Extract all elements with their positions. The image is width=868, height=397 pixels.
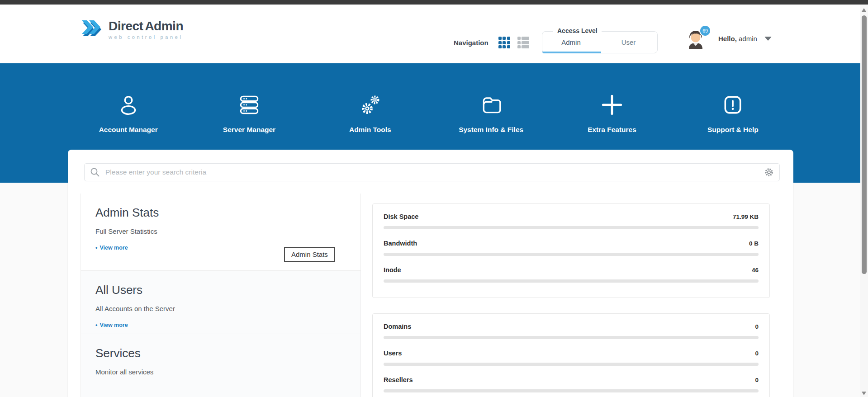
- access-level-tabs: Admin User: [542, 32, 657, 53]
- top-system-bar: [0, 0, 868, 5]
- accounts-stats-card: Domains 0 Users 0 Resellers 0: [372, 313, 770, 397]
- tab-user[interactable]: User: [600, 32, 657, 53]
- nav-item-label: System Info & Files: [431, 126, 551, 134]
- stat-value: 0: [755, 377, 759, 383]
- dashboard-menu-list: Admin Stats Full Server Statistics •View…: [81, 194, 361, 397]
- nav-item-admin-tools[interactable]: Admin Tools: [310, 91, 431, 134]
- nav-item-support-help[interactable]: Support & Help: [673, 91, 793, 134]
- menu-item-title: All Users: [95, 283, 360, 297]
- stat-value: 0 B: [749, 240, 759, 247]
- scrollbar-thumb[interactable]: [862, 15, 867, 274]
- stat-value: 0: [755, 350, 759, 357]
- stat-row-users: Users 0: [384, 350, 759, 366]
- nav-item-server-manager[interactable]: Server Manager: [189, 91, 309, 134]
- nav-item-label: Server Manager: [189, 126, 309, 134]
- bullet-icon: •: [95, 322, 97, 328]
- alert-square-icon: [721, 94, 744, 116]
- greeting-text: Hello, admin: [718, 35, 757, 43]
- active-tab-underline: [542, 52, 601, 53]
- access-level-switcher: Access Level Admin User: [542, 31, 658, 53]
- directadmin-chevrons-icon: [80, 17, 103, 39]
- menu-item-subtitle: Monitor all services: [95, 368, 360, 376]
- user-menu[interactable]: 69 Hello, admin: [687, 28, 772, 49]
- menu-item-title: Services: [95, 346, 360, 360]
- stat-label: Disk Space: [384, 213, 418, 220]
- account-user-icon: [117, 94, 140, 116]
- greeting-hello: Hello,: [718, 35, 737, 43]
- chevron-down-icon[interactable]: [764, 37, 772, 41]
- nav-item-account-manager[interactable]: Account Manager: [68, 91, 189, 134]
- stat-label: Resellers: [384, 376, 413, 383]
- directadmin-logo[interactable]: DirectAdmin web control panel: [80, 17, 183, 40]
- logo-text: DirectAdmin web control panel: [109, 17, 183, 40]
- grid-view-icon[interactable]: [498, 37, 510, 48]
- greeting-username: admin: [739, 35, 757, 43]
- menu-item-all-users[interactable]: All Users All Accounts on the Server •Vi…: [81, 270, 360, 334]
- content-panel: Admin Stats Full Server Statistics •View…: [68, 150, 793, 397]
- gears-icon: [358, 93, 382, 117]
- admin-stats-tooltip: Admin Stats: [284, 247, 335, 262]
- bullet-icon: •: [95, 245, 97, 251]
- view-more-label: View more: [100, 245, 128, 251]
- stat-label: Domains: [384, 323, 411, 330]
- progress-bar: [384, 226, 759, 229]
- access-level-legend: Access Level: [553, 27, 602, 34]
- stat-value: 0: [755, 323, 759, 330]
- logo-title-direct: Direct: [109, 19, 143, 33]
- server-stack-icon: [238, 94, 261, 116]
- logo-title-admin: Admin: [145, 19, 183, 33]
- progress-bar: [384, 336, 759, 339]
- avatar[interactable]: 69: [687, 28, 705, 49]
- usage-stats-card: Disk Space 71.99 KB Bandwidth 0 B Inode …: [372, 203, 770, 298]
- plus-icon: [601, 94, 623, 116]
- view-more-link[interactable]: •View more: [95, 322, 360, 328]
- progress-bar: [384, 389, 759, 392]
- nav-item-extra-features[interactable]: Extra Features: [551, 91, 672, 134]
- stat-row-resellers: Resellers 0: [384, 376, 759, 392]
- logo-title: DirectAdmin: [109, 19, 183, 33]
- notification-badge: 69: [699, 25, 711, 37]
- main-nav-items: Account Manager Server Manager Admin Too…: [68, 91, 793, 134]
- nav-item-label: Support & Help: [673, 126, 793, 134]
- search-settings-gear-icon[interactable]: [764, 167, 774, 177]
- search-input[interactable]: [84, 163, 780, 181]
- stat-row-domains: Domains 0: [384, 323, 759, 339]
- folder-icon: [480, 94, 503, 116]
- nav-item-label: Account Manager: [68, 126, 189, 134]
- stat-label: Inode: [384, 266, 401, 274]
- stat-row-inode: Inode 46: [384, 266, 759, 283]
- menu-item-subtitle: All Accounts on the Server: [95, 305, 360, 312]
- nav-item-label: Extra Features: [551, 126, 672, 134]
- nav-item-label: Admin Tools: [310, 126, 431, 134]
- progress-bar: [384, 253, 759, 256]
- search-icon: [90, 167, 100, 177]
- scroll-up-arrow-icon[interactable]: [862, 8, 866, 12]
- stat-value: 71.99 KB: [733, 213, 759, 220]
- tab-admin[interactable]: Admin: [542, 32, 600, 53]
- search-bar: [84, 163, 780, 181]
- stat-label: Users: [384, 350, 402, 357]
- logo-tagline: web control panel: [109, 34, 183, 40]
- view-more-label: View more: [100, 322, 128, 328]
- menu-item-title: Admin Stats: [95, 206, 360, 220]
- menu-item-subtitle: Full Server Statistics: [95, 227, 360, 235]
- progress-bar: [384, 279, 759, 283]
- nav-item-system-info-files[interactable]: System Info & Files: [431, 91, 551, 134]
- scroll-down-arrow-icon[interactable]: [862, 392, 866, 395]
- list-view-icon[interactable]: [517, 37, 530, 48]
- menu-item-services[interactable]: Services Monitor all services: [81, 334, 360, 397]
- stat-value: 46: [752, 267, 759, 274]
- stat-row-disk-space: Disk Space 71.99 KB: [384, 213, 759, 229]
- header: DirectAdmin web control panel Navigation…: [0, 5, 868, 63]
- stat-label: Bandwidth: [384, 240, 417, 247]
- navigation-view-toggle: Navigation: [454, 37, 529, 48]
- progress-bar: [384, 363, 759, 366]
- navigation-label: Navigation: [454, 39, 489, 47]
- vertical-scrollbar[interactable]: [860, 5, 868, 397]
- stat-row-bandwidth: Bandwidth 0 B: [384, 240, 759, 256]
